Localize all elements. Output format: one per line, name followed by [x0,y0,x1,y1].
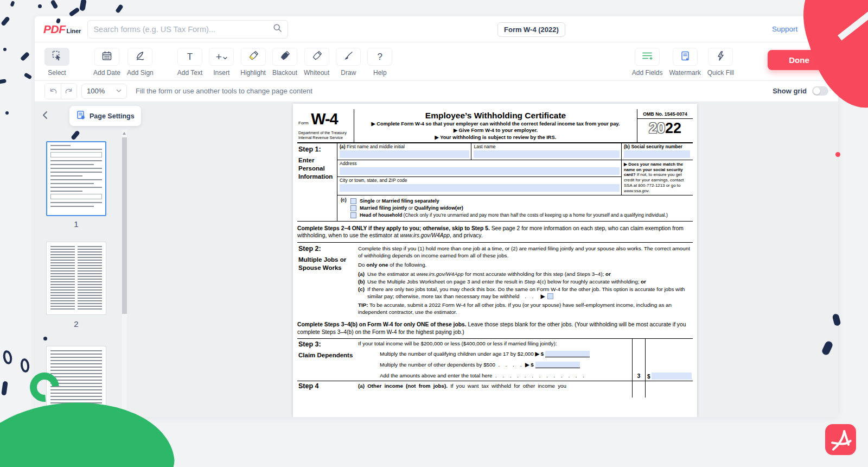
step3-total-field[interactable] [652,373,692,380]
logo-pdf-text: PDF [43,23,66,36]
draw-button[interactable]: Draw [336,48,361,77]
support-link[interactable]: Support [772,25,797,33]
help-button[interactable]: ? Help [367,48,392,77]
step3-amount-cell: $ [645,339,693,381]
highlight-label: Highlight [240,69,266,77]
redo-button[interactable] [61,84,76,99]
add-text-button[interactable]: T Add Text [177,48,202,77]
step1-heading: Step 1: [298,146,336,153]
step3-total-line: Add the amounts above and enter the tota… [358,373,632,378]
add-fields-label: Add Fields [632,69,663,77]
lightning-icon [716,51,725,64]
dependents-amount-field[interactable] [535,362,580,368]
collapse-sidebar-button[interactable] [42,111,48,122]
form-word: Form [298,121,309,125]
text-tool-icon: T [187,52,193,62]
chevron-down-icon [223,52,227,62]
thumbnail-scrollbar[interactable] [122,130,127,417]
blackout-button[interactable]: Blackout [272,48,297,77]
search-box[interactable] [87,20,288,39]
last-name-field[interactable] [474,150,620,158]
form-bullet3: ▶ Your withholding is subject to review … [358,134,634,141]
step1-subheading: Enter Personal Information [298,156,336,181]
add-sign-label: Add Sign [127,69,154,77]
step2-item-a: (a) Use the estimator at www.irs.gov/W4A… [358,270,693,277]
children-amount-field[interactable] [545,351,590,357]
steps-2-4-note: Complete Steps 2–4 ONLY if they apply to… [297,225,693,239]
step4-item-a: (a) Other income (not from jobs). If you… [358,381,632,397]
step4-heading: Step 4 [298,382,358,390]
form-bullet1: ▶ Complete Form W-4 so that your employe… [358,121,634,127]
search-icon[interactable] [273,23,282,35]
document-title-badge: Form W-4 (2022) [497,22,565,37]
toggle-knob [813,87,820,94]
select-tool-label: Select [48,69,66,77]
city-field[interactable] [340,184,620,192]
two-jobs-checkbox[interactable] [547,293,553,299]
step2-item-b: (b) Use the Multiple Jobs Worksheet on p… [358,278,693,285]
header-links: Support Log in [772,25,829,33]
first-name-field[interactable] [340,150,469,158]
address-field[interactable] [340,167,620,175]
step2-section: Step 2: Multiple Jobs or Spouse Works Co… [297,242,693,318]
whiteout-brush-icon [311,51,322,64]
search-input[interactable] [93,25,273,34]
done-button[interactable]: Done [768,50,831,70]
login-link[interactable]: Log in [809,25,829,33]
zoom-select[interactable]: 100% [81,84,127,99]
step3-dependents-line: Multiply the number of other dependents … [358,362,632,368]
filing-status-married-row: Married filing jointly or Qualifying wid… [350,205,693,211]
pdfliner-logo[interactable]: PDF Liner [43,23,81,36]
undo-redo-group [44,83,77,99]
highlight-button[interactable]: Highlight [240,48,266,77]
ssn-label: Social security number [631,144,682,149]
single-checkbox[interactable] [350,198,356,204]
watermark-button[interactable]: Watermark [669,48,700,77]
form-header: Form W-4 Department of the Treasury Inte… [297,109,693,143]
select-tool-button[interactable]: Select [44,48,69,77]
dept-line2: Internal Revenue Service [298,135,352,140]
insert-button[interactable]: + Insert [209,48,234,77]
page-settings-label: Page Settings [90,112,135,120]
step4-section: Step 4 (a) Other income (not from jobs).… [297,381,693,397]
show-grid-toggle[interactable] [812,86,828,96]
add-sign-button[interactable]: Add Sign [127,48,154,77]
whiteout-button[interactable]: Whiteout [304,48,329,77]
draw-label: Draw [341,69,356,77]
page-number-2: 2 [46,319,106,329]
filing-status-single-row: Single or Married filing separately [350,198,693,204]
scrollbar-thumb[interactable] [122,137,127,314]
page-thumbnail-2[interactable] [46,242,106,315]
married-jointly-checkbox[interactable] [350,205,356,211]
page-thumbnail-3[interactable] [46,346,106,417]
plus-icon: + [216,51,222,63]
thumbnail-line [50,145,71,146]
page-settings-button[interactable]: Page Settings [69,106,141,126]
ring-decoration [2,350,13,365]
step2-do-line: Do only one of the following. [358,261,693,268]
add-date-button[interactable]: Add Date [93,48,120,77]
ssn-field[interactable] [624,150,690,158]
address-label: Address [340,161,621,166]
step2-heading: Step 2: [298,245,358,253]
select-cursor-icon [52,50,63,64]
form-number: W-4 [311,110,338,128]
step3-section: Step 3: Claim Dependents If your total i… [297,338,693,381]
paintbrush-icon [343,51,354,64]
blackout-label: Blackout [272,69,297,77]
pdf-page: Form W-4 Department of the Treasury Inte… [293,104,697,417]
head-of-household-checkbox[interactable] [350,212,356,218]
scroll-down-arrow-icon[interactable] [123,412,126,415]
form-title: Employee’s Withholding Certificate [358,111,634,121]
add-date-label: Add Date [93,69,120,77]
app-header: PDF Liner Form W-4 (2022) Support Log in [35,16,838,42]
scroll-up-arrow-icon[interactable] [123,132,126,135]
page-thumbnail-1[interactable] [46,141,106,216]
add-fields-button[interactable]: Add Fields [632,48,663,77]
quick-fill-button[interactable]: Quick Fill [707,48,734,77]
confetti-decoration [1,16,10,27]
step2-tip: TIP: To be accurate, submit a 2022 Form … [358,301,693,315]
zoom-value: 100% [87,87,105,95]
insert-label: Insert [213,69,229,77]
undo-button[interactable] [45,84,61,99]
